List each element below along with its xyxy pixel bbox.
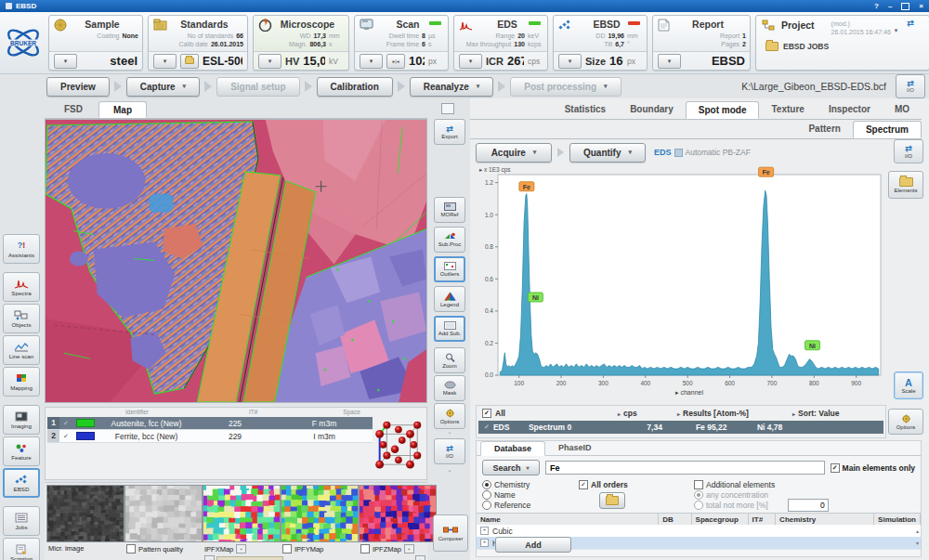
project-folder-label[interactable]: EBSD JOBS [783,42,829,51]
sidebar-item-objects[interactable]: Objects [3,304,40,333]
main-elements-checkbox[interactable] [831,463,840,473]
scan-resolution-button[interactable]: ▸|◂ [386,54,405,69]
project-io-icon[interactable]: ⇄ [907,20,914,27]
col-name[interactable]: Name [477,514,659,525]
add-phase-button[interactable]: Add [495,537,571,553]
cps-column-header[interactable]: ▸cps [618,409,674,418]
io-button-top[interactable]: ⇄I/O [896,74,925,98]
ebsd-dropdown-button[interactable]: ▾ [558,54,582,69]
sidebar-item-feature[interactable]: Feature [3,436,40,466]
tab-spectrum[interactable]: Spectrum [853,121,922,138]
col-simulation[interactable]: Simulation [874,514,921,525]
spectrum-result-row[interactable]: ✓ EDS Spectrum 0 7,34 Fe 95,22 Ni 4,78 [478,421,883,434]
tab-statistics[interactable]: Statistics [553,101,618,119]
io-button-spectrum[interactable]: ⇄I/O [894,139,923,163]
ebsd-orientation-map[interactable] [45,119,427,403]
tab-inspector[interactable]: Inspector [817,101,883,119]
scroll-left-icon[interactable]: ◂ [204,555,215,560]
thumbnail-pattern-quality[interactable] [124,485,203,542]
scroll-down-icon[interactable]: ▾ [916,540,919,546]
post-processing-button[interactable]: Post processing▾ [510,77,621,97]
options-button[interactable]: Options [434,403,465,429]
phase-checkbox[interactable]: ✓ [59,433,72,440]
all-orders-checkbox-row[interactable]: All orders [579,479,628,489]
scroll-right-icon[interactable]: ▸ [415,555,425,560]
sidebar-item-assistants[interactable]: ?! Assistants [3,234,40,264]
restore-button[interactable] [901,3,909,10]
help-button[interactable]: ? [874,2,879,10]
col-chemistry[interactable]: Chemistry [776,514,874,525]
auto-pbzaf-label[interactable]: Automatic PB-ZAF [674,148,751,157]
thumbnail-ipfz-map[interactable] [359,485,437,542]
tab-mo[interactable]: MO [883,101,922,119]
reanalyze-button[interactable]: Reanalyze▾ [410,77,493,97]
phase-checkbox[interactable]: ✓ [59,420,72,427]
close-button[interactable]: × [919,2,923,10]
signal-setup-button[interactable]: Signal setup [216,77,299,97]
scrollbar-thumb[interactable] [216,556,283,560]
sidebar-item-jobs[interactable]: Jobs [3,506,40,536]
radio-name[interactable]: Name [482,489,530,500]
report-dropdown-button[interactable]: ▾ [658,54,681,69]
sort-header[interactable]: ▸Sort: Value [792,409,839,418]
thumbnail-micr-image[interactable] [46,485,124,542]
capture-button[interactable]: Capture▾ [126,77,200,97]
pattern-quality-checkbox[interactable] [126,544,136,553]
sidebar-item-ebsd[interactable]: EBSD [3,468,40,498]
radio-chemistry[interactable]: Chemistry [482,479,530,489]
all-checkbox[interactable] [482,409,491,418]
scale-button[interactable]: A Scale [894,371,923,399]
microscope-dropdown-button[interactable]: ▾ [258,54,281,69]
ipfz-checkbox[interactable] [360,544,370,553]
search-input[interactable] [545,461,825,475]
zoom-button[interactable]: Zoom [434,347,465,373]
col-db[interactable]: DB [659,514,691,525]
mask-button[interactable]: Mask [434,375,465,401]
radio-reference[interactable]: Reference [482,500,530,510]
tab-fsd[interactable]: FSD [50,101,97,118]
ipfx-options-button[interactable]: ▪ [236,544,246,553]
total-not-more-radio-row[interactable]: total not more [%] [694,500,829,510]
sidebar-item-line-scan[interactable]: Line scan [3,335,40,365]
phase-row-ferrite[interactable]: 2 ✓ Ferrite, bcc (New) 229 I m3m [47,430,373,443]
tab-pattern[interactable]: Pattern [796,121,852,138]
sidebar-item-spectra[interactable]: Spectra [3,272,40,302]
total-percent-input[interactable] [788,499,829,512]
thumbnail-ipfy-map[interactable] [281,485,359,542]
quantify-button[interactable]: Quantify▾ [569,143,646,163]
calibration-button[interactable]: Calibration [317,77,393,97]
outliers-button[interactable]: Outliers [434,256,465,282]
load-phase-button[interactable] [599,492,625,509]
db-row-cubic[interactable]: + Cubic ▴ [477,525,921,538]
scroll-up-icon[interactable]: ▴ [916,527,919,534]
sample-dropdown-button[interactable]: ▾ [54,54,77,69]
main-elements-checkbox-row[interactable]: Main elements only [831,463,915,473]
col-spacegroup[interactable]: Spacegroup [692,514,749,525]
ipfy-checkbox[interactable] [282,544,292,553]
expand-icon[interactable]: + [480,539,489,547]
standards-dropdown-button[interactable]: ▾ [153,54,177,69]
export-button[interactable]: ⇄Export [434,119,465,145]
sidebar-item-mapping[interactable]: Mapping [3,367,40,397]
sub-proc-button[interactable]: Sub.Proc [434,227,465,253]
tab-spot-mode[interactable]: Spot mode [686,101,760,119]
sidebar-item-scripting[interactable]: Scripting [3,538,40,560]
additional-elements-checkbox-row[interactable]: Additional elements [694,479,829,489]
io-button-map[interactable]: ⇄I/O [434,438,465,464]
crystal-structure-model[interactable] [371,410,423,476]
collapse-down-icon[interactable]: ⌄ [429,466,470,473]
all-orders-checkbox[interactable] [579,480,588,489]
elements-button[interactable]: Elements [888,171,923,199]
tab-texture[interactable]: Texture [759,101,816,119]
additional-elements-checkbox[interactable] [694,480,703,489]
add-sub-button[interactable]: Add Sub. [434,316,465,342]
tab-map[interactable]: Map [98,101,147,118]
col-it[interactable]: IT# [749,514,777,525]
expand-icon[interactable]: + [480,527,489,535]
tab-boundary[interactable]: Boundary [618,101,686,119]
spectrum-options-button[interactable]: Options [888,409,923,435]
eds-dropdown-button[interactable]: ▾ [459,54,482,69]
composer-button[interactable]: Composer [433,514,468,552]
thumbnail-ipfx-map[interactable] [203,485,281,542]
project-dropdown-button[interactable]: ▾ [895,27,898,34]
